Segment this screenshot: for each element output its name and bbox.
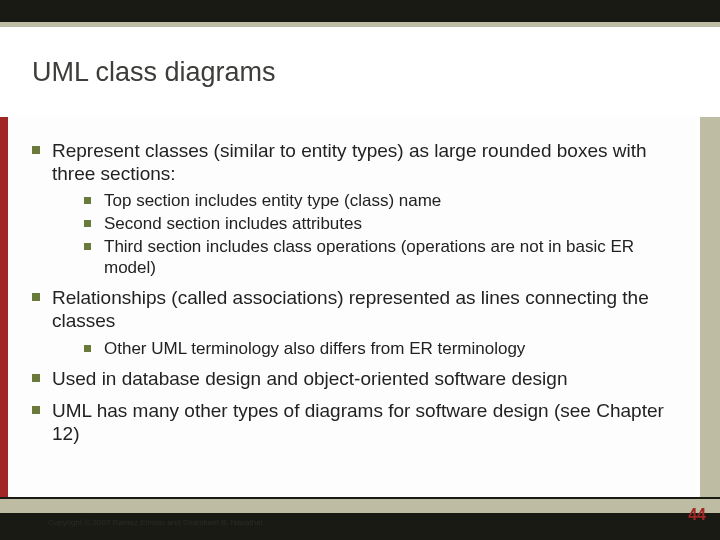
list-item: UML has many other types of diagrams for… bbox=[52, 399, 676, 445]
list-item: Second section includes attributes bbox=[104, 214, 676, 235]
list-item: Used in database design and object-orien… bbox=[52, 367, 676, 390]
bullet-text: Represent classes (similar to entity typ… bbox=[52, 140, 647, 184]
list-item: Represent classes (similar to entity typ… bbox=[52, 139, 676, 278]
bullet-text: UML has many other types of diagrams for… bbox=[52, 400, 664, 444]
page-number: 44 bbox=[688, 506, 706, 524]
bullet-text: Other UML terminology also differs from … bbox=[104, 339, 525, 358]
bullet-text: Top section includes entity type (class)… bbox=[104, 191, 441, 210]
list-item: Third section includes class operations … bbox=[104, 237, 676, 278]
bullet-text: Relationships (called associations) repr… bbox=[52, 287, 649, 331]
slide-content: Represent classes (similar to entity typ… bbox=[0, 117, 720, 497]
slide-title: UML class diagrams bbox=[32, 57, 276, 88]
bullet-text: Used in database design and object-orien… bbox=[52, 368, 567, 389]
copyright-text: Copyright © 2007 Ramez Elmasr and Shamka… bbox=[48, 518, 262, 527]
bullet-list-level2: Top section includes entity type (class)… bbox=[52, 191, 676, 278]
footer-band bbox=[0, 499, 720, 513]
bullet-text: Third section includes class operations … bbox=[104, 237, 634, 277]
list-item: Relationships (called associations) repr… bbox=[52, 286, 676, 359]
bullet-list-level2: Other UML terminology also differs from … bbox=[52, 339, 676, 360]
bullet-text: Second section includes attributes bbox=[104, 214, 362, 233]
bullet-list-level1: Represent classes (similar to entity typ… bbox=[26, 139, 676, 445]
list-item: Top section includes entity type (class)… bbox=[104, 191, 676, 212]
list-item: Other UML terminology also differs from … bbox=[104, 339, 676, 360]
slide-header: UML class diagrams bbox=[0, 27, 720, 117]
